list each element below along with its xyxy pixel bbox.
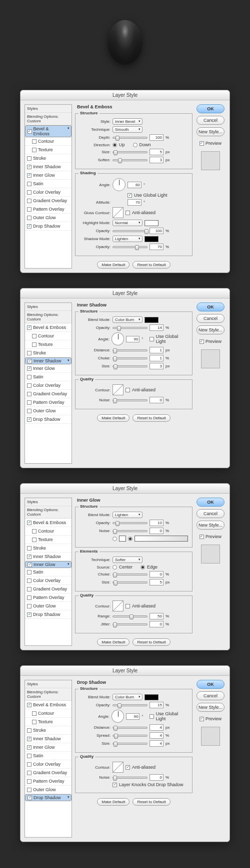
checkbox-icon[interactable] bbox=[28, 563, 32, 567]
checkbox-icon[interactable] bbox=[27, 745, 32, 750]
checkbox-icon[interactable] bbox=[27, 587, 32, 591]
choke-input[interactable]: 1 bbox=[150, 355, 164, 361]
sidebar-item-contour[interactable]: Contour bbox=[25, 527, 72, 536]
sidebar-item-stroke[interactable]: Stroke bbox=[25, 726, 72, 735]
sidebar-item-patternoverlay[interactable]: Pattern Overlay bbox=[25, 205, 72, 214]
size-input[interactable]: 4 bbox=[150, 740, 164, 747]
checkbox-icon[interactable] bbox=[27, 612, 32, 617]
sidebar-item-outerglow[interactable]: Outer Glow bbox=[25, 407, 72, 415]
sidebar-item-patternoverlay[interactable]: Pattern Overlay bbox=[25, 398, 72, 407]
blendmode-select[interactable]: Color Burn bbox=[112, 316, 142, 323]
sidebar-item-outerglow[interactable]: Outer Glow bbox=[25, 214, 72, 222]
sidebar-item-innerglow[interactable]: Inner Glow bbox=[25, 364, 72, 373]
noise-input[interactable]: 0 bbox=[150, 528, 164, 534]
checkbox-icon[interactable] bbox=[27, 392, 32, 396]
radio-down[interactable] bbox=[133, 143, 138, 147]
depth-input[interactable]: 100 bbox=[150, 134, 164, 141]
hlopacity-input[interactable]: 100 bbox=[150, 228, 164, 234]
sidebar-item-gradientoverlay[interactable]: Gradient Overlay bbox=[25, 390, 72, 398]
cancel-button[interactable]: Cancel bbox=[196, 691, 224, 700]
hlopacity-slider[interactable] bbox=[112, 230, 148, 232]
sidebar-item-stroke[interactable]: Stroke bbox=[25, 349, 72, 357]
sidebar-item-contour[interactable]: Contour bbox=[25, 332, 72, 340]
makedefault-button[interactable]: Make Default bbox=[97, 798, 130, 806]
sidebar-item-coloroverlay[interactable]: Color Overlay bbox=[25, 760, 72, 769]
style-select[interactable]: Inner Bevel bbox=[112, 118, 142, 125]
sidebar-item-outerglow[interactable]: Outer Glow bbox=[25, 602, 72, 610]
preview-checkbox[interactable] bbox=[200, 535, 204, 539]
size-slider[interactable] bbox=[112, 743, 148, 745]
radio-up[interactable] bbox=[112, 143, 117, 147]
color-swatch[interactable] bbox=[119, 536, 126, 542]
sidebar-item-innershadow[interactable]: Inner Shadow bbox=[25, 357, 72, 364]
choke-slider[interactable] bbox=[112, 357, 148, 359]
opacity-slider[interactable] bbox=[112, 522, 148, 524]
checkbox-icon[interactable] bbox=[27, 728, 32, 733]
checkbox-icon[interactable] bbox=[32, 538, 36, 542]
checkbox-icon[interactable] bbox=[32, 342, 36, 347]
opacity-slider[interactable] bbox=[112, 704, 148, 706]
sidebar-item-innershadow[interactable]: Inner Shadow bbox=[25, 735, 72, 743]
checkbox-icon[interactable] bbox=[27, 199, 32, 203]
checkbox-icon[interactable] bbox=[27, 224, 32, 229]
noise-slider[interactable] bbox=[112, 777, 148, 779]
checkbox-icon[interactable] bbox=[27, 570, 32, 575]
newstyle-button[interactable]: New Style... bbox=[196, 703, 224, 712]
color-swatch[interactable] bbox=[144, 317, 158, 323]
resetdefault-button[interactable]: Reset to Default bbox=[132, 798, 170, 806]
hlcolor-swatch[interactable] bbox=[144, 220, 158, 226]
shmode-select[interactable]: Lighten bbox=[112, 236, 142, 242]
distance-slider[interactable] bbox=[112, 349, 148, 351]
sidebar-item-satin[interactable]: Satin bbox=[25, 752, 72, 760]
technique-select[interactable]: Smooth bbox=[112, 126, 142, 133]
range-slider[interactable] bbox=[112, 615, 148, 617]
sidebar-item-satin[interactable]: Satin bbox=[25, 373, 72, 381]
antialiased-checkbox[interactable] bbox=[126, 388, 130, 392]
useglobal-checkbox[interactable] bbox=[128, 193, 132, 198]
sidebar-item-outerglow[interactable]: Outer Glow bbox=[25, 786, 72, 794]
checkbox-icon[interactable] bbox=[28, 129, 32, 134]
checkbox-icon[interactable] bbox=[27, 207, 32, 212]
opacity-input[interactable]: 10 bbox=[150, 520, 164, 526]
angle-dial[interactable] bbox=[112, 332, 124, 345]
gradient-picker[interactable] bbox=[134, 536, 188, 542]
color-swatch[interactable] bbox=[144, 694, 158, 700]
sidebar-item-innerglow[interactable]: Inner Glow bbox=[25, 171, 72, 180]
ok-button[interactable]: OK bbox=[196, 498, 224, 507]
sidebar-item-coloroverlay[interactable]: Color Overlay bbox=[25, 188, 72, 197]
sidebar-item-texture[interactable]: Texture bbox=[25, 718, 72, 726]
antialiased-checkbox[interactable] bbox=[126, 765, 130, 770]
cancel-button[interactable]: Cancel bbox=[196, 314, 224, 323]
makedefault-button[interactable]: Make Default bbox=[97, 261, 130, 269]
checkbox-icon[interactable] bbox=[27, 325, 32, 330]
angle-input[interactable]: 80 bbox=[128, 182, 142, 188]
ok-button[interactable]: OK bbox=[196, 680, 224, 689]
jitter-slider[interactable] bbox=[112, 623, 148, 625]
size-input[interactable]: 3 bbox=[150, 363, 164, 369]
sidebar-item-bevel[interactable]: Bevel & Emboss bbox=[25, 323, 72, 332]
distance-input[interactable]: 4 bbox=[150, 724, 164, 731]
sidebar-item-texture[interactable]: Texture bbox=[25, 340, 72, 349]
spread-slider[interactable] bbox=[112, 735, 148, 737]
size-input[interactable]: 5 bbox=[150, 149, 164, 155]
jitter-input[interactable]: 0 bbox=[150, 621, 164, 627]
sidebar-item-coloroverlay[interactable]: Color Overlay bbox=[25, 577, 72, 585]
blendmode-select[interactable]: Lighten bbox=[112, 512, 142, 518]
checkbox-icon[interactable] bbox=[27, 771, 32, 775]
checkbox-icon[interactable] bbox=[27, 400, 32, 405]
sidebar-item-satin[interactable]: Satin bbox=[25, 568, 72, 577]
checkbox-icon[interactable] bbox=[28, 359, 32, 363]
radio-color[interactable] bbox=[112, 537, 117, 541]
checkbox-icon[interactable] bbox=[27, 156, 32, 161]
sidebar-item-innershadow[interactable]: Inner Shadow bbox=[25, 553, 72, 561]
sidebar-item-dropshadow[interactable]: Drop Shadow bbox=[25, 222, 72, 231]
knockout-checkbox[interactable] bbox=[112, 783, 117, 787]
opacity-input[interactable]: 15 bbox=[150, 702, 164, 708]
angle-dial[interactable] bbox=[112, 710, 124, 723]
checkbox-icon[interactable] bbox=[27, 409, 32, 413]
hlmode-select[interactable]: Normal bbox=[112, 220, 142, 226]
opacity-input[interactable]: 14 bbox=[150, 324, 164, 331]
sidebar-item-dropshadow[interactable]: Drop Shadow bbox=[25, 415, 72, 424]
range-input[interactable]: 50 bbox=[150, 613, 164, 619]
resetdefault-button[interactable]: Reset to Default bbox=[132, 261, 170, 269]
